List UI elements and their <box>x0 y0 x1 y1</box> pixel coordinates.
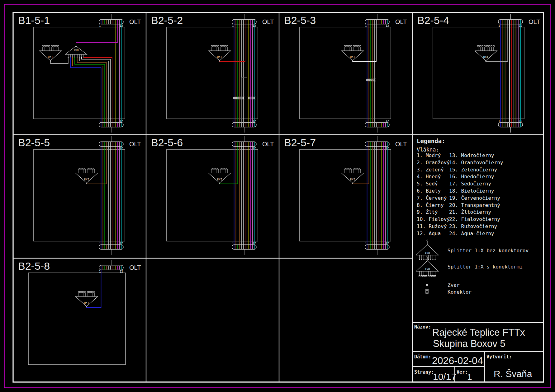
connector-pos-1: 1 <box>99 270 101 273</box>
legend-item-fiber-9: 9. Žltý <box>417 209 438 215</box>
legend-item-fiber-7: 7. Červený <box>417 195 447 201</box>
connector-pos-12: 12 <box>253 147 256 150</box>
legend-item-fiber-19: 19. Červenočierny <box>449 195 500 201</box>
splitter-ratio-label: 1x8 <box>84 301 89 305</box>
legend-item-fiber-22: 22. Fialovočierny <box>449 216 500 222</box>
olt-label: OLT <box>529 18 540 25</box>
legend-item-fiber-12: 12. Aqua <box>417 231 441 236</box>
datum-label: Dátum: <box>414 354 431 360</box>
panel-title: B2-5-8 <box>18 260 50 272</box>
legend-item-fiber-1: 1. Modrý <box>417 152 441 158</box>
drawing-title-line1: Rajecké Teplice FTTx <box>432 327 525 338</box>
strany-value: 10/17 <box>433 371 456 382</box>
splitter-apex-dot <box>219 183 220 184</box>
connector-pos-12: 12 <box>386 119 389 123</box>
pin-dot-icon <box>430 259 431 260</box>
legend-item-fiber-15: 15. Zelenočierny <box>449 167 497 173</box>
drawing-title-line2: Skupina Boxov 5 <box>433 338 505 349</box>
legend-splitter-no-connectors: Splitter 1:X bez konektorov <box>448 248 529 254</box>
legend-item-fiber-23: 23. Ružovočierny <box>449 223 497 229</box>
datum-value: 2026-02-04 <box>432 355 483 366</box>
splitter-apex-dot <box>352 183 353 184</box>
legend-item-fiber-14: 14. Oranžovočierny <box>449 160 503 166</box>
splitter-apex-dot <box>219 60 220 62</box>
splitter-apex-dot <box>86 183 87 184</box>
vytvoril-label: Vytvoril: <box>486 354 512 360</box>
olt-label: OLT <box>129 141 141 147</box>
legend-item-fiber-10: 10. Fialový <box>417 216 450 222</box>
splitter-ratio-label: 1x8 <box>425 267 430 271</box>
legend-item-fiber-6: 6. Biely <box>417 188 441 194</box>
connector-pos-12: 12 <box>120 119 123 123</box>
legend-item-fiber-4: 4. Hnedý <box>417 174 441 180</box>
splitter-ratio-label: 1x8 <box>350 55 355 59</box>
legend-item-fiber-8: 8. Čierny <box>417 202 444 208</box>
connector-pos-1: 1 <box>232 242 234 245</box>
legend-item-fiber-5: 5. Šedý <box>417 181 438 187</box>
olt-label: OLT <box>395 18 407 25</box>
connector-pos-12: 12 <box>120 242 123 245</box>
connector-pos-12: 12 <box>120 270 123 273</box>
connector-pos-12: 12 <box>253 119 256 123</box>
strany-label: Strany: <box>414 369 434 375</box>
connector-pos-12: 12 <box>120 24 123 27</box>
connector-pos-12: 12 <box>519 24 522 27</box>
ver-label: Ver: <box>457 369 468 375</box>
legend-subtitle: Vlákna: <box>417 147 439 153</box>
splitter-ratio-label: 1x8 <box>425 251 430 254</box>
panel-title: B2-5-6 <box>151 137 183 148</box>
pin-dot-icon <box>428 259 429 260</box>
legend-item-fiber-3: 3. Zelený <box>417 167 444 173</box>
connector-pos-12: 12 <box>519 119 522 123</box>
nazov-label: Názov: <box>414 324 431 330</box>
splitter-ratio-label: 1x8 <box>73 48 78 52</box>
panel-title: B1-5-1 <box>18 14 50 26</box>
pin-dot-icon <box>421 259 422 260</box>
connector-pos-1: 1 <box>232 24 234 27</box>
olt-label: OLT <box>129 264 141 271</box>
connector-pos-12: 12 <box>253 242 256 245</box>
connector-pos-1: 1 <box>365 119 367 123</box>
splitter-ratio-label: 1x8 <box>48 55 53 59</box>
pin-dot-icon <box>423 259 424 260</box>
connector-pos-1: 1 <box>232 119 234 123</box>
pin-dot-icon <box>419 259 420 260</box>
splitter-ratio-label: 1x8 <box>483 55 488 59</box>
vytvoril-value: R. Švaňa <box>494 369 532 379</box>
connector-pos-1: 1 <box>99 242 101 245</box>
connector-pos-1: 1 <box>498 119 500 123</box>
legend-item-fiber-2: 2. Oranžový <box>417 160 450 166</box>
olt-label: OLT <box>262 141 274 147</box>
splitter-ratio-label: 1x8 <box>217 178 222 181</box>
connector-pos-1: 1 <box>99 147 101 150</box>
splitter-ratio-label: 1x8 <box>217 55 222 59</box>
panel-title: B2-5-5 <box>18 137 50 148</box>
olt-label: OLT <box>129 18 141 25</box>
olt-label: OLT <box>262 18 274 25</box>
panel-title: B2-5-4 <box>417 14 449 26</box>
connector-pos-1: 1 <box>99 24 101 27</box>
connector-pos-1: 1 <box>365 147 367 150</box>
connector-pos-12: 12 <box>253 24 256 27</box>
splitter-ratio-label: 1x8 <box>350 178 355 181</box>
legend-item-fiber-20: 20. Transparentný <box>449 202 500 208</box>
legend-item-fiber-24: 24. Aqua-čierny <box>449 231 494 236</box>
ver-value: 1 <box>467 372 472 382</box>
connector-pos-1: 1 <box>99 119 101 123</box>
splitter-apex-dot <box>485 60 486 62</box>
legend-konektor: Konektor <box>448 289 472 295</box>
panel-title: B2-5-3 <box>284 14 316 26</box>
panel-title: B2-5-7 <box>284 137 316 148</box>
splitter-apex-dot <box>86 306 87 307</box>
connector-pos-12: 12 <box>386 147 389 150</box>
legend-item-fiber-13: 13. Modročierny <box>449 152 494 158</box>
pin-dot-icon <box>425 259 426 260</box>
panel-title: B2-5-2 <box>151 14 183 26</box>
legend-item-fiber-18: 18. Bieločierny <box>449 188 494 194</box>
legend-item-fiber-21: 21. Žltočierny <box>449 209 491 215</box>
connector-pos-1: 1 <box>365 24 367 27</box>
connector-pos-1: 1 <box>365 242 367 245</box>
pin-dot-icon <box>434 259 435 260</box>
pin-dot-icon <box>432 259 433 260</box>
connector-pos-12: 12 <box>120 147 123 150</box>
